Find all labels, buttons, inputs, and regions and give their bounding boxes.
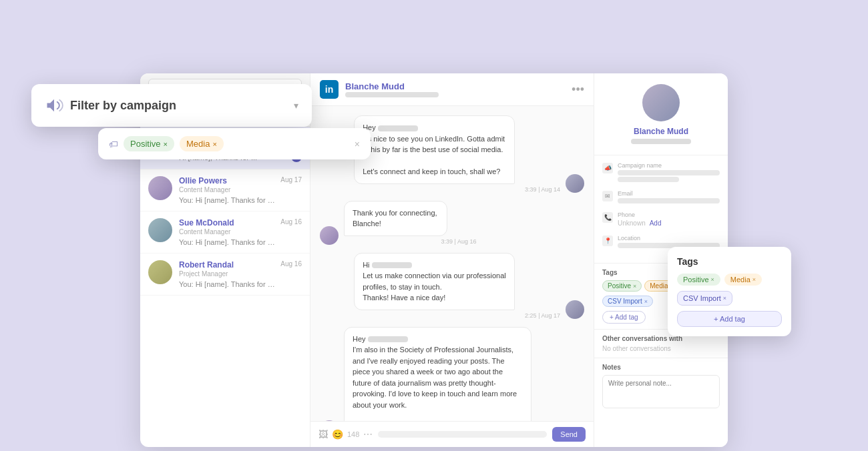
location-field: 📍 Location bbox=[602, 235, 720, 248]
profile-name: Blanche Mudd bbox=[634, 127, 688, 136]
conv-info-2: Sue McDonald Content Manager You: Hi [na… bbox=[179, 218, 276, 246]
megaphone-large-icon bbox=[45, 96, 63, 115]
notes-label: Notes bbox=[602, 364, 720, 371]
popup-tag-csv[interactable]: CSV Import × bbox=[677, 291, 732, 306]
megaphone-icon: 📣 bbox=[602, 163, 613, 173]
email-value bbox=[618, 198, 720, 203]
location-icon: 📍 bbox=[602, 236, 613, 246]
add-tag-button[interactable]: + Add tag bbox=[602, 311, 646, 324]
message-bubble-3: Hey I'm also in the Society of Professio… bbox=[344, 327, 531, 422]
message-input-area[interactable] bbox=[378, 431, 547, 438]
profile-title-blur bbox=[631, 139, 691, 144]
location-label: Location bbox=[618, 235, 720, 242]
popup-remove-media[interactable]: × bbox=[752, 276, 756, 283]
conv-meta-2: Aug 16 bbox=[280, 218, 302, 226]
conv-time-3: Aug 16 bbox=[280, 260, 302, 268]
conv-time-2: Aug 16 bbox=[280, 218, 302, 226]
email-icon: ✉ bbox=[602, 191, 613, 201]
more-options-button[interactable]: ••• bbox=[572, 83, 584, 97]
filter-dropdown-main[interactable]: Filter by campaign ▾ bbox=[31, 84, 312, 127]
avatar-3 bbox=[148, 260, 172, 284]
no-other-convs: No other conversations bbox=[602, 345, 720, 352]
popup-remove-positive[interactable]: × bbox=[711, 276, 714, 283]
msg-avatar-rcv-1 bbox=[320, 226, 339, 245]
more-icon[interactable]: ⋯ bbox=[363, 429, 373, 440]
email-field: ✉ Email bbox=[602, 190, 720, 203]
conv-role-1: Content Manager bbox=[179, 186, 276, 193]
email-label: Email bbox=[618, 190, 720, 197]
chat-header-name: Blanche Mudd bbox=[345, 81, 572, 91]
tag-positive[interactable]: Positive × bbox=[602, 280, 642, 292]
campaign-content: Campaign name bbox=[618, 162, 720, 182]
filter-tag-positive[interactable]: Positive × bbox=[124, 136, 174, 151]
filter-tag-media[interactable]: Media × bbox=[180, 136, 224, 151]
conv-item-3[interactable]: Robert Randal Project Manager You: Hi [n… bbox=[140, 254, 310, 296]
tag-csv-import[interactable]: CSV Import × bbox=[602, 296, 653, 307]
add-phone-button[interactable]: Add bbox=[650, 219, 662, 227]
msg-time-2: 2:25 | Aug 17 bbox=[354, 312, 560, 319]
popup-remove-csv[interactable]: × bbox=[723, 295, 726, 302]
email-content: Email bbox=[618, 190, 720, 203]
chat-input-actions: 🖼 😊 148 ⋯ bbox=[318, 429, 373, 440]
remove-csv-tag[interactable]: × bbox=[644, 298, 648, 305]
popup-tag-media[interactable]: Media × bbox=[724, 274, 762, 286]
remove-filter-media[interactable]: × bbox=[212, 140, 216, 148]
message-row-3: Hey I'm also in the Society of Professio… bbox=[320, 327, 584, 422]
clear-filters-button[interactable]: × bbox=[355, 139, 360, 149]
message-bubble-2: Hi Let us make connection via our profes… bbox=[354, 253, 515, 310]
conv-meta-3: Aug 16 bbox=[280, 260, 302, 268]
phone-icon: 📞 bbox=[602, 212, 613, 223]
conv-item-2[interactable]: Sue McDonald Content Manager You: Hi [na… bbox=[140, 211, 310, 254]
phone-field: 📞 Phone Unknown Add bbox=[602, 211, 720, 227]
conv-meta-1: Aug 17 bbox=[280, 176, 302, 183]
blur-name-3 bbox=[368, 336, 408, 342]
message-bubble-1: Thank you for connecting, Blanche! bbox=[344, 201, 447, 236]
conv-time-1: Aug 17 bbox=[280, 176, 302, 183]
image-icon[interactable]: 🖼 bbox=[318, 429, 328, 440]
conv-info-3: Robert Randal Project Manager You: Hi [n… bbox=[179, 260, 276, 288]
msg-avatar-sent-0 bbox=[566, 174, 584, 193]
popup-tag-positive[interactable]: Positive × bbox=[677, 274, 720, 286]
campaign-value bbox=[618, 170, 720, 175]
phone-value: Unknown bbox=[618, 219, 646, 227]
avatar-1 bbox=[148, 176, 172, 200]
conv-preview-1: You: Hi [name]. Thanks for your ... bbox=[179, 196, 276, 204]
conv-name-3: Robert Randal bbox=[179, 260, 276, 270]
message-row-2: Hi Let us make connection via our profes… bbox=[320, 253, 584, 319]
conv-name-2: Sue McDonald bbox=[179, 218, 276, 228]
conv-role-2: Content Manager bbox=[179, 228, 276, 236]
tags-popup: Tags Positive × Media × CSV Import × + A… bbox=[668, 247, 791, 336]
msg-time-0: 3:39 | Aug 14 bbox=[354, 186, 560, 193]
tags-popup-row-1: Positive × Media × bbox=[677, 274, 782, 286]
message-row-1: Thank you for connecting, Blanche! 3:39 … bbox=[320, 201, 584, 245]
profile-avatar bbox=[642, 84, 680, 121]
chat-header-info: Blanche Mudd bbox=[345, 81, 572, 97]
conv-item-1[interactable]: Ollie Powers Content Manager You: Hi [na… bbox=[140, 169, 310, 211]
campaign-value-2 bbox=[618, 177, 679, 182]
remove-positive-tag[interactable]: × bbox=[633, 283, 636, 290]
phone-label: Phone bbox=[618, 211, 720, 218]
conversation-items: Blanche Mudd Social Media Manager Hi [na… bbox=[140, 127, 310, 447]
remove-filter-positive[interactable]: × bbox=[164, 140, 168, 148]
blur-name-2 bbox=[372, 262, 412, 268]
msg-time-1: 3:39 | Aug 16 bbox=[344, 238, 476, 245]
chat-input-row: 🖼 😊 148 ⋯ Send bbox=[318, 427, 586, 442]
send-button[interactable]: Send bbox=[552, 427, 586, 442]
tags-popup-row-2: CSV Import × bbox=[677, 291, 782, 306]
filter-chevron-icon: ▾ bbox=[294, 100, 298, 111]
tags-popup-title: Tags bbox=[677, 256, 782, 267]
msg-avatar-sent-2 bbox=[566, 300, 584, 319]
emoji-icon[interactable]: 😊 bbox=[332, 429, 343, 440]
conv-info-1: Ollie Powers Content Manager You: Hi [na… bbox=[179, 176, 276, 204]
profile-header: Blanche Mudd bbox=[594, 73, 728, 155]
campaign-label: Campaign name bbox=[618, 162, 720, 169]
campaign-field: 📣 Campaign name bbox=[602, 162, 720, 182]
notes-input[interactable] bbox=[602, 375, 720, 408]
chat-header-sub bbox=[345, 92, 439, 97]
popup-add-tag-button[interactable]: + Add tag bbox=[677, 311, 782, 327]
conv-name-1: Ollie Powers bbox=[179, 176, 276, 185]
tag-filter-icon: 🏷 bbox=[109, 139, 118, 149]
phone-content: Phone Unknown Add bbox=[618, 211, 720, 227]
avatar-2 bbox=[148, 218, 172, 242]
notes-section: Notes bbox=[594, 358, 728, 447]
